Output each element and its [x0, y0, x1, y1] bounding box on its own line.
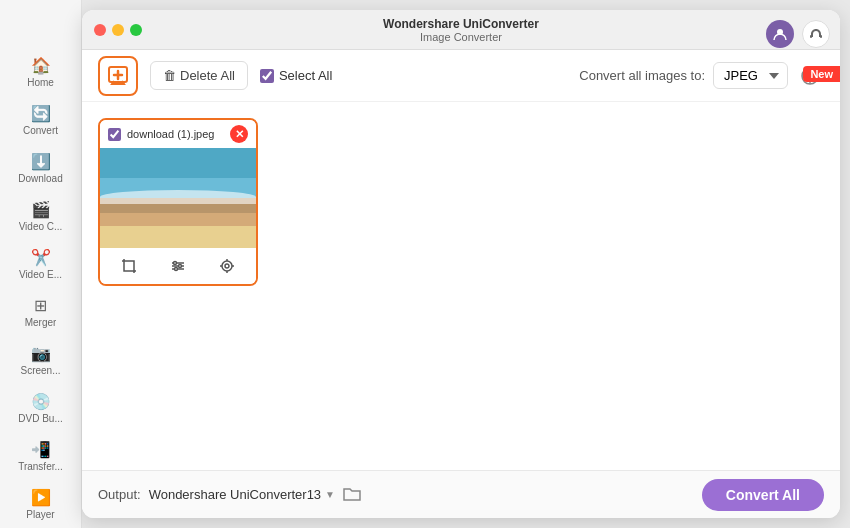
svg-rect-2	[820, 35, 822, 38]
download-icon: ⬇️	[31, 152, 51, 171]
player-icon: ▶️	[31, 488, 51, 507]
add-image-button[interactable]	[98, 56, 138, 96]
main-window: Wondershare UniConverter Image Converter	[82, 10, 840, 518]
sidebar-item-video-edit[interactable]: ✂️ Video E...	[5, 242, 77, 286]
trash-icon: 🗑	[163, 68, 176, 83]
close-button[interactable]	[94, 24, 106, 36]
title-bar: Wondershare UniConverter Image Converter	[82, 10, 840, 50]
toolbar-right: Convert all images to: JPEG PNG BMP TIFF…	[579, 62, 824, 90]
screen-icon: 📷	[31, 344, 51, 363]
svg-point-17	[225, 264, 229, 268]
sidebar-item-dvd[interactable]: 💿 DVD Bu...	[5, 386, 77, 430]
sidebar-item-download[interactable]: ⬇️ Download	[5, 146, 77, 190]
app-title: Wondershare UniConverter Image Converter	[383, 17, 539, 43]
app-sub-title: Image Converter	[383, 31, 539, 43]
output-chevron-icon: ▼	[325, 489, 335, 500]
beach-thumbnail	[100, 148, 256, 248]
user-avatar[interactable]	[766, 20, 794, 48]
delete-all-label: Delete All	[180, 68, 235, 83]
sidebar-item-convert-label: Convert	[23, 125, 58, 136]
sidebar-item-download-label: Download	[18, 173, 62, 184]
svg-point-16	[222, 261, 232, 271]
sidebar-item-player[interactable]: ▶️ Player	[5, 482, 77, 526]
select-all-wrapper[interactable]: Select All	[260, 68, 332, 83]
toolbar: 🗑 Delete All Select All Convert all imag…	[82, 50, 840, 102]
transfer-icon: 📲	[31, 440, 51, 459]
sidebar-item-dvd-label: DVD Bu...	[18, 413, 62, 424]
sidebar-item-home-label: Home	[27, 77, 54, 88]
sidebar-item-merger[interactable]: ⊞ Merger	[5, 290, 77, 334]
remove-image-button[interactable]: ✕	[230, 125, 248, 143]
merger-icon: ⊞	[34, 296, 47, 315]
sidebar-item-video-edit-label: Video E...	[19, 269, 62, 280]
image-checkbox[interactable]	[108, 128, 121, 141]
format-selector[interactable]: JPEG PNG BMP TIFF GIF WEBP	[713, 62, 788, 89]
sidebar: 🏠 Home 🔄 Convert ⬇️ Download 🎬 Video C..…	[0, 0, 82, 528]
sidebar-item-video-compress-label: Video C...	[19, 221, 63, 232]
new-badge: New	[803, 66, 840, 82]
app-main-title: Wondershare UniConverter	[383, 17, 539, 31]
output-folder-name: Wondershare UniConverter13	[149, 487, 321, 502]
convert-format-label: Convert all images to:	[579, 68, 705, 83]
svg-point-14	[178, 265, 181, 268]
convert-all-button[interactable]: Convert All	[702, 479, 824, 511]
sidebar-item-merger-label: Merger	[25, 317, 57, 328]
open-folder-button[interactable]	[343, 485, 361, 505]
traffic-lights	[94, 24, 142, 36]
sidebar-item-screen-label: Screen...	[20, 365, 60, 376]
image-filename: download (1).jpeg	[127, 128, 224, 140]
select-all-checkbox[interactable]	[260, 69, 274, 83]
image-card: download (1).jpeg ✕	[98, 118, 258, 286]
output-label: Output:	[98, 487, 141, 502]
image-card-header: download (1).jpeg ✕	[100, 120, 256, 148]
maximize-button[interactable]	[130, 24, 142, 36]
svg-point-15	[174, 268, 177, 271]
effects-button[interactable]	[163, 254, 193, 278]
image-card-footer	[100, 248, 256, 284]
delete-all-button[interactable]: 🗑 Delete All	[150, 61, 248, 90]
minimize-button[interactable]	[112, 24, 124, 36]
sidebar-item-transfer-label: Transfer...	[18, 461, 63, 472]
sidebar-item-home[interactable]: 🏠 Home	[5, 50, 77, 94]
sidebar-item-transfer[interactable]: 📲 Transfer...	[5, 434, 77, 478]
sidebar-item-player-label: Player	[26, 509, 54, 520]
image-grid: download (1).jpeg ✕	[98, 118, 824, 286]
sidebar-item-screen[interactable]: 📷 Screen...	[5, 338, 77, 382]
dvd-icon: 💿	[31, 392, 51, 411]
sidebar-item-convert[interactable]: 🔄 Convert	[5, 98, 77, 142]
svg-rect-1	[810, 35, 812, 38]
svg-point-13	[173, 262, 176, 265]
content-area: download (1).jpeg ✕	[82, 102, 840, 470]
bottom-bar: Output: Wondershare UniConverter13 ▼ Con…	[82, 470, 840, 518]
wave-decoration	[100, 190, 256, 204]
toolbar-actions: 🗑 Delete All Select All	[150, 61, 332, 90]
video-compress-icon: 🎬	[31, 200, 51, 219]
image-preview	[100, 148, 256, 248]
select-all-label: Select All	[279, 68, 332, 83]
output-folder-select[interactable]: Wondershare UniConverter13 ▼	[149, 487, 335, 502]
sidebar-item-video-compress[interactable]: 🎬 Video C...	[5, 194, 77, 238]
support-button[interactable]	[802, 20, 830, 48]
home-icon: 🏠	[31, 56, 51, 75]
video-edit-icon: ✂️	[31, 248, 51, 267]
watermark-button[interactable]	[212, 254, 242, 278]
crop-button[interactable]	[114, 254, 144, 278]
app-top-right	[766, 20, 830, 48]
convert-icon: 🔄	[31, 104, 51, 123]
